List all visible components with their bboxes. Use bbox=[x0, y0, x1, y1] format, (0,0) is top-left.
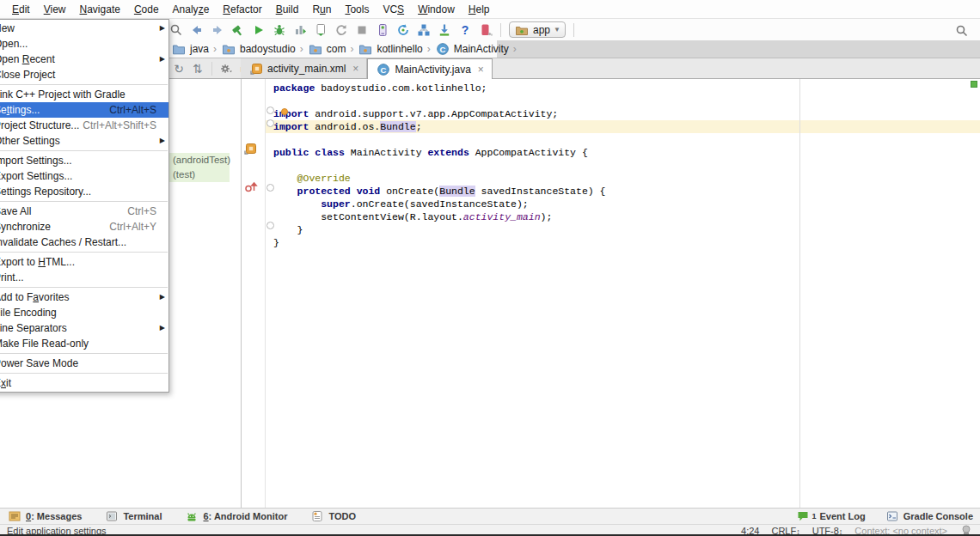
editor-tab-activity_main.xml[interactable]: activity_main.xml× bbox=[241, 58, 367, 78]
breadcrumb-item-java[interactable]: java bbox=[171, 42, 209, 56]
menu-shortcut: Ctrl+Alt+Shift+S bbox=[83, 118, 156, 133]
code-line: } bbox=[273, 223, 606, 236]
toolwindow-button-todo[interactable]: TODO bbox=[309, 509, 356, 523]
fold-marker[interactable] bbox=[266, 184, 274, 192]
menu-item-make-file-read-only[interactable]: Make File Read-only bbox=[0, 336, 168, 351]
submenu-arrow-icon: ▶ bbox=[160, 52, 165, 67]
menu-item-import-settings[interactable]: Import Settings... bbox=[0, 153, 168, 168]
menu-item-other-settings[interactable]: Other Settings▶ bbox=[0, 133, 168, 149]
menu-item-synchronize[interactable]: SynchronizeCtrl+Alt+Y bbox=[0, 219, 168, 234]
breadcrumb-item-mainactivity[interactable]: CMainActivity bbox=[435, 42, 509, 56]
project-tree-item-androidtest[interactable]: (androidTest) bbox=[169, 153, 230, 168]
device-monitor-icon[interactable] bbox=[476, 21, 495, 40]
menubar-item-view[interactable]: View bbox=[37, 2, 73, 17]
profile-icon[interactable] bbox=[291, 21, 309, 40]
fold-marker[interactable] bbox=[266, 107, 274, 114]
menu-bar: EditViewNavigateCodeAnalyzeRefactorBuild… bbox=[0, 0, 980, 19]
toolwindow-button-terminal[interactable]: Terminal bbox=[104, 509, 162, 523]
code-line: protected void onCreate(Bundle savedInst… bbox=[273, 185, 606, 198]
search-everywhere-icon[interactable] bbox=[952, 21, 971, 40]
menu-item-exit[interactable]: Exit bbox=[0, 375, 168, 391]
event-log-icon bbox=[796, 509, 810, 523]
avd-manager-icon[interactable] bbox=[373, 21, 392, 40]
run-config-folder-icon bbox=[515, 21, 529, 40]
rerun-icon[interactable] bbox=[332, 21, 351, 40]
menu-item-export-settings[interactable]: Export Settings... bbox=[0, 168, 168, 184]
menu-separator bbox=[0, 287, 168, 288]
breadcrumb-label: java bbox=[190, 43, 209, 55]
toolwindow-button-6-android-monitor[interactable]: 6: Android Monitor bbox=[184, 509, 287, 523]
close-icon[interactable]: × bbox=[478, 64, 484, 76]
menu-separator bbox=[0, 150, 168, 151]
menubar-item-analyze[interactable]: Analyze bbox=[166, 2, 217, 17]
menu-item-add-to-favorites[interactable]: Add to Favorites▶ bbox=[0, 289, 168, 305]
menu-item-file-encoding[interactable]: File Encoding bbox=[0, 305, 168, 320]
project-tree-item-test[interactable]: (test) bbox=[169, 168, 230, 182]
menu-item-close-project[interactable]: Close Project bbox=[0, 67, 168, 82]
menubar-item-run[interactable]: Run bbox=[305, 2, 338, 17]
tool-window-bar: 0: MessagesTerminal6: Android MonitorTOD… bbox=[0, 508, 980, 524]
breadcrumb-item-kotlinhello[interactable]: kotlinhello bbox=[358, 42, 422, 56]
menu-item-save-all[interactable]: Save AllCtrl+S bbox=[0, 204, 168, 219]
toolwindow-button-event-log[interactable]: 1Event Log bbox=[795, 509, 866, 523]
toolwindow-button-0-messages[interactable]: 0: Messages bbox=[7, 509, 82, 523]
fold-marker[interactable] bbox=[266, 119, 274, 127]
code-line: @Override bbox=[273, 172, 606, 185]
class-icon: C bbox=[436, 42, 450, 56]
toolwindow-button-gradle-console[interactable]: Gradle Console bbox=[885, 509, 973, 523]
make-project-icon[interactable] bbox=[229, 21, 248, 40]
gear-icon[interactable] bbox=[217, 59, 235, 78]
code-editor[interactable]: package badoystudio.com.kotlinhello; imp… bbox=[242, 79, 980, 508]
menu-item-settings[interactable]: Settings...Ctrl+Alt+S bbox=[0, 102, 168, 118]
attach-debugger-icon[interactable] bbox=[311, 21, 330, 40]
menubar-item-build[interactable]: Build bbox=[269, 2, 306, 17]
refresh-icon[interactable]: ↻ bbox=[170, 59, 187, 78]
forward-icon[interactable] bbox=[208, 21, 227, 40]
menubar-item-help[interactable]: Help bbox=[462, 2, 497, 17]
menu-item-link-c-project-with-gradle[interactable]: Link C++ Project with Gradle bbox=[0, 87, 168, 102]
menu-item-export-to-html[interactable]: Export to HTML... bbox=[0, 254, 168, 270]
code-line: public class MainActivity extends AppCom… bbox=[273, 146, 606, 159]
menubar-item-refactor[interactable]: Refactor bbox=[216, 2, 268, 17]
layout-file-gutter-icon[interactable] bbox=[243, 142, 257, 158]
breadcrumb-item-com[interactable]: com bbox=[308, 42, 346, 56]
svg-text:C: C bbox=[381, 64, 387, 74]
help-icon[interactable]: ? bbox=[456, 21, 475, 40]
inspection-status-icon[interactable] bbox=[971, 81, 977, 88]
close-icon[interactable]: × bbox=[352, 63, 358, 75]
menu-item-settings-repository[interactable]: Settings Repository... bbox=[0, 184, 168, 199]
menubar-item-code[interactable]: Code bbox=[127, 2, 166, 17]
menu-separator bbox=[0, 373, 168, 374]
project-structure-icon[interactable] bbox=[414, 21, 433, 40]
menubar-item-edit[interactable]: Edit bbox=[5, 2, 37, 17]
menubar-item-window[interactable]: Window bbox=[411, 2, 462, 17]
folder-icon bbox=[172, 42, 186, 56]
search-icon[interactable] bbox=[167, 21, 186, 40]
menu-item-new[interactable]: New▶ bbox=[0, 21, 168, 36]
menu-item-open[interactable]: Open... bbox=[0, 36, 168, 52]
file-menu-popup: New▶Open...Open Recent▶Close ProjectLink… bbox=[0, 19, 169, 393]
menu-item-invalidate-caches-restart[interactable]: Invalidate Caches / Restart... bbox=[0, 234, 168, 250]
fold-marker[interactable] bbox=[266, 222, 274, 229]
breadcrumb-label: badoystudio bbox=[240, 43, 296, 55]
menu-item-power-save-mode[interactable]: Power Save Mode bbox=[0, 356, 168, 371]
menu-item-open-recent[interactable]: Open Recent▶ bbox=[0, 52, 168, 67]
package-folder-icon bbox=[309, 42, 322, 56]
override-method-gutter-icon[interactable] bbox=[244, 180, 258, 196]
menu-item-project-structure[interactable]: Project Structure...Ctrl+Alt+Shift+S bbox=[0, 118, 168, 133]
stop-icon[interactable] bbox=[352, 21, 371, 40]
menubar-item-tools[interactable]: Tools bbox=[338, 2, 376, 17]
sdk-manager-icon[interactable] bbox=[435, 21, 454, 40]
gradle-sync-icon[interactable] bbox=[394, 21, 413, 40]
run-configuration-dropdown[interactable]: app▼ bbox=[509, 21, 566, 38]
debug-icon[interactable] bbox=[270, 21, 289, 40]
editor-tab-MainActivity.java[interactable]: CMainActivity.java× bbox=[367, 58, 493, 79]
back-icon[interactable] bbox=[187, 21, 206, 40]
breadcrumb-item-badoystudio[interactable]: badoystudio bbox=[221, 42, 296, 56]
menubar-item-vcs[interactable]: VCS bbox=[376, 2, 411, 17]
menu-item-print[interactable]: Print... bbox=[0, 270, 168, 285]
menu-item-line-separators[interactable]: Line Separators▶ bbox=[0, 320, 168, 336]
run-icon[interactable] bbox=[249, 21, 268, 40]
scroll-from-source-icon[interactable]: ⇅ bbox=[189, 59, 206, 78]
menubar-item-navigate[interactable]: Navigate bbox=[73, 2, 127, 17]
